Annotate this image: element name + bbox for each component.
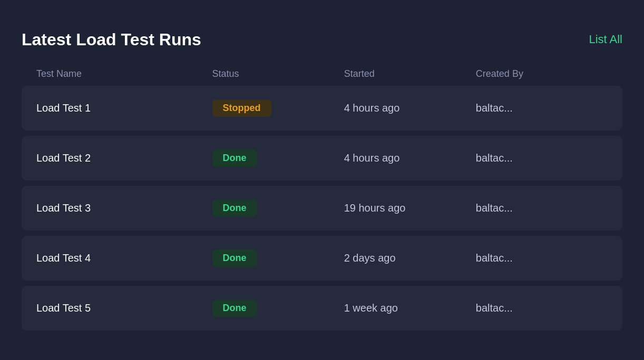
table-row[interactable]: Load Test 1 Stopped 4 hours ago baltac..…: [22, 86, 622, 131]
col-header-test-name: Test Name: [36, 68, 212, 79]
cell-started: 19 hours ago: [344, 202, 476, 214]
cell-created-by: baltac...: [476, 152, 608, 164]
col-header-started: Started: [344, 68, 476, 79]
table-row[interactable]: Load Test 4 Done 2 days ago baltac...: [22, 236, 622, 281]
cell-created-by: baltac...: [476, 202, 608, 214]
cell-status: Done: [212, 249, 344, 267]
cell-created-by: baltac...: [476, 302, 608, 314]
table-row[interactable]: Load Test 5 Done 1 week ago baltac...: [22, 286, 622, 331]
main-container: Latest Load Test Runs List All Test Name…: [22, 13, 622, 347]
cell-test-name: Load Test 4: [36, 252, 212, 264]
cell-started: 4 hours ago: [344, 152, 476, 164]
col-header-created-by: Created By: [476, 68, 608, 79]
cell-status: Done: [212, 299, 344, 317]
table-body: Load Test 1 Stopped 4 hours ago baltac..…: [22, 86, 622, 331]
status-badge: Stopped: [212, 99, 271, 117]
cell-status: Done: [212, 199, 344, 217]
cell-test-name: Load Test 1: [36, 102, 212, 114]
page-title: Latest Load Test Runs: [22, 30, 201, 49]
cell-status: Stopped: [212, 99, 344, 117]
status-badge: Done: [212, 199, 257, 217]
cell-test-name: Load Test 5: [36, 302, 212, 314]
list-all-link[interactable]: List All: [589, 33, 622, 46]
status-badge: Done: [212, 299, 257, 317]
table-row[interactable]: Load Test 2 Done 4 hours ago baltac...: [22, 136, 622, 181]
cell-started: 4 hours ago: [344, 102, 476, 114]
page-header: Latest Load Test Runs List All: [22, 30, 622, 49]
cell-started: 2 days ago: [344, 252, 476, 264]
status-badge: Done: [212, 149, 257, 167]
table-row[interactable]: Load Test 3 Done 19 hours ago baltac...: [22, 186, 622, 231]
col-header-status: Status: [212, 68, 344, 79]
cell-created-by: baltac...: [476, 102, 608, 114]
cell-created-by: baltac...: [476, 252, 608, 264]
cell-status: Done: [212, 149, 344, 167]
cell-started: 1 week ago: [344, 302, 476, 314]
status-badge: Done: [212, 249, 257, 267]
table-header: Test Name Status Started Created By: [22, 68, 622, 79]
cell-test-name: Load Test 3: [36, 202, 212, 214]
cell-test-name: Load Test 2: [36, 152, 212, 164]
